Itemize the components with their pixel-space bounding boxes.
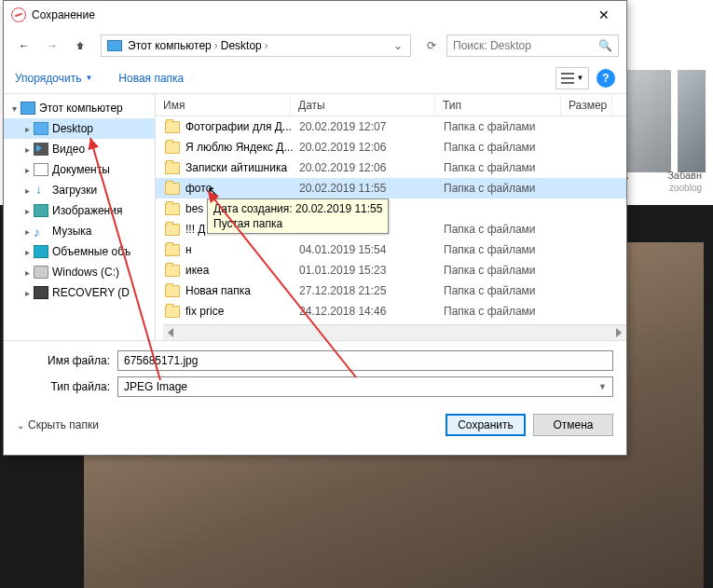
- file-row[interactable]: икеа01.01.2019 15:23Папка с файлами: [156, 260, 626, 280]
- expand-icon[interactable]: ▸: [21, 267, 34, 278]
- file-date: 20.02.2019 12:07: [299, 120, 444, 133]
- window-title: Сохранение: [32, 8, 585, 21]
- tree-item[interactable]: ▸Загрузки: [4, 180, 155, 200]
- file-type: Папка с файлами: [444, 182, 569, 195]
- filename-input[interactable]: [117, 350, 613, 371]
- tree-item[interactable]: ▸Музыка: [4, 221, 155, 241]
- col-type[interactable]: Тип: [435, 94, 561, 116]
- file-row[interactable]: Я люблю Яндекс Д...20.02.2019 12:06Папка…: [156, 137, 626, 157]
- tree-label: Документы: [52, 163, 110, 176]
- doc-icon: [34, 163, 48, 176]
- tree-label: Изображения: [52, 204, 122, 217]
- col-name[interactable]: Имя: [156, 94, 291, 116]
- tree-item[interactable]: ▸Изображения: [4, 200, 155, 221]
- file-row[interactable]: н04.01.2019 15:54Папка с файлами: [156, 239, 626, 260]
- expand-icon[interactable]: ▾: [7, 103, 21, 114]
- search-field[interactable]: 🔍: [446, 34, 619, 57]
- tree-item[interactable]: ▸Desktop: [4, 118, 155, 139]
- tree-label: Музыка: [52, 225, 91, 238]
- new-folder-button[interactable]: Новая папка: [118, 72, 184, 85]
- rec-icon: [34, 286, 48, 299]
- chevron-down-icon: ▼: [85, 74, 92, 82]
- save-button[interactable]: Сохранить: [446, 414, 526, 436]
- folder-icon: [165, 306, 180, 318]
- expand-icon[interactable]: ▸: [21, 124, 34, 134]
- chevron-down-icon: ⌄: [17, 420, 24, 431]
- address-bar[interactable]: Этот компьютер › Desktop › ⌄: [101, 34, 411, 57]
- file-row[interactable]: fix price24.12.2018 14:46Папка с файлами: [156, 301, 626, 321]
- hide-folders-toggle[interactable]: ⌄Скрыть папки: [17, 418, 99, 431]
- nav-forward-button[interactable]: →: [39, 33, 65, 59]
- nav-row: ← → Этот компьютер › Desktop › ⌄ ⟳ 🔍: [4, 29, 626, 62]
- h-scrollbar[interactable]: [163, 324, 626, 340]
- search-input[interactable]: [453, 39, 598, 52]
- app-icon: [11, 7, 26, 22]
- expand-icon[interactable]: ▸: [21, 288, 34, 298]
- file-date: 27.12.2018 21:25: [299, 284, 444, 297]
- chevron-down-icon: ▼: [598, 382, 607, 391]
- svg-rect-1: [561, 77, 574, 79]
- close-button[interactable]: ✕: [585, 2, 623, 28]
- tree-label: Этот компьютер: [39, 102, 123, 115]
- svg-rect-2: [561, 82, 574, 84]
- tree-item[interactable]: ▾Этот компьютер: [4, 98, 155, 118]
- file-row[interactable]: Фотографии для Д...20.02.2019 12:07Папка…: [156, 116, 626, 137]
- expand-icon[interactable]: ▸: [21, 165, 34, 175]
- disk-icon: [34, 266, 48, 279]
- file-type: Папка с файлами: [444, 223, 569, 236]
- img-icon: [34, 204, 48, 217]
- folder-icon: [165, 121, 180, 133]
- file-name: Записки айтишника: [185, 161, 299, 174]
- view-menu[interactable]: ▼: [555, 67, 589, 89]
- col-size[interactable]: Размер: [561, 94, 612, 116]
- tree-label: Windows (C:): [52, 266, 119, 279]
- tree-label: Desktop: [52, 122, 93, 135]
- folder-icon: [165, 203, 180, 215]
- tree-item[interactable]: ▸RECOVERY (D: [4, 282, 155, 303]
- nav-back-button[interactable]: ←: [11, 33, 37, 59]
- folder-icon: [165, 142, 180, 154]
- svg-rect-0: [561, 73, 574, 75]
- expand-icon[interactable]: ▸: [21, 144, 34, 155]
- video-icon: [34, 143, 48, 156]
- expand-icon[interactable]: ▸: [21, 247, 34, 257]
- save-dialog: Сохранение ✕ ← → Этот компьютер › Deskto…: [3, 0, 627, 456]
- file-row[interactable]: Новая папка27.12.2018 21:25Папка с файла…: [156, 280, 626, 301]
- cancel-button[interactable]: Отмена: [533, 414, 613, 436]
- organize-menu[interactable]: Упорядочить▼: [15, 72, 92, 85]
- breadcrumb-item[interactable]: Desktop: [221, 39, 262, 52]
- search-icon: 🔍: [598, 39, 612, 52]
- tree-label: RECOVERY (D: [52, 286, 130, 299]
- tooltip: Дата создания: 20.02.2019 11:55 Пустая п…: [207, 198, 389, 234]
- breadcrumb-item[interactable]: Этот компьютер: [128, 39, 212, 52]
- tree-item[interactable]: ▸Документы: [4, 159, 155, 180]
- file-date: 20.02.2019 12:06: [299, 141, 444, 154]
- folder-icon: [165, 162, 180, 174]
- tree-label: Видео: [52, 143, 85, 156]
- form-area: Имя файла: Тип файла: JPEG Image ▼ ⌄Скры…: [4, 341, 626, 455]
- file-row[interactable]: Записки айтишника20.02.2019 12:06Папка с…: [156, 157, 626, 178]
- down-icon: [34, 184, 48, 197]
- nav-up-button[interactable]: [67, 33, 93, 59]
- tree-item[interactable]: ▸Видео: [4, 139, 155, 159]
- file-type: Папка с файлами: [444, 161, 569, 174]
- expand-icon[interactable]: ▸: [21, 206, 34, 216]
- expand-icon[interactable]: ▸: [21, 226, 34, 237]
- bg-caption: zooblog: [669, 183, 702, 193]
- file-type: Папка с файлами: [444, 120, 569, 133]
- addr-dropdown[interactable]: ⌄: [390, 39, 406, 52]
- file-row[interactable]: фото20.02.2019 11:55Папка с файлами: [156, 178, 626, 198]
- tree-item[interactable]: ▸Объемные объ: [4, 241, 155, 262]
- music-icon: [34, 225, 48, 238]
- file-date: 04.01.2019 15:54: [299, 243, 444, 256]
- col-date[interactable]: Даты: [291, 94, 435, 116]
- tree-item[interactable]: ▸Windows (C:): [4, 262, 155, 282]
- folder-icon: [165, 285, 180, 297]
- file-name: Новая папка: [185, 284, 299, 297]
- file-date: 24.12.2018 14:46: [299, 305, 444, 318]
- pc-icon: [107, 40, 122, 51]
- help-button[interactable]: ?: [596, 69, 615, 88]
- filetype-select[interactable]: JPEG Image ▼: [117, 376, 613, 397]
- expand-icon[interactable]: ▸: [21, 185, 34, 196]
- refresh-button[interactable]: ⟳: [418, 34, 445, 57]
